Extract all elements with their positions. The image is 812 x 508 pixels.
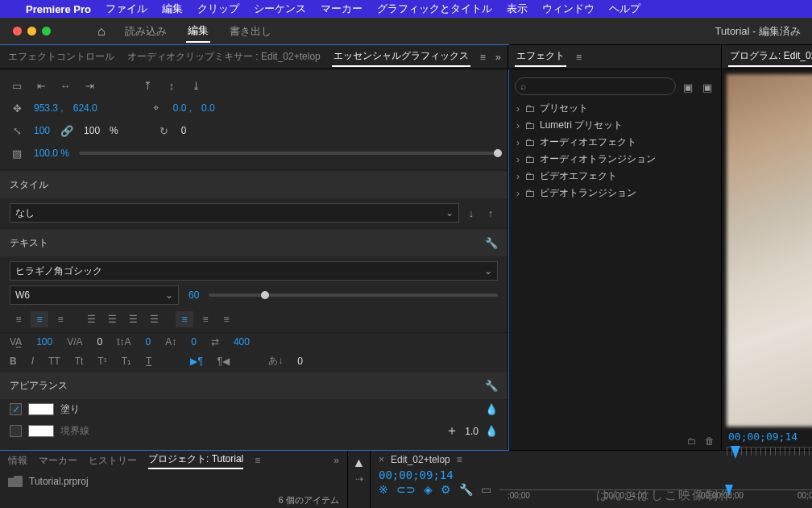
text-align-justify-right[interactable]: ☰	[124, 311, 142, 327]
align-group-icon[interactable]: ▭	[10, 78, 24, 93]
all-caps[interactable]: TT	[48, 356, 60, 367]
indent-value[interactable]: 0	[297, 356, 303, 367]
workspace-export[interactable]: 書き出し	[228, 21, 273, 42]
sequence-name[interactable]: Edit_02+telop	[391, 454, 450, 465]
expand-panel-icon[interactable]: »	[495, 51, 501, 63]
small-caps[interactable]: Tt	[75, 356, 84, 367]
menu-help[interactable]: ヘルプ	[609, 2, 640, 16]
fx-badge2-icon[interactable]: ▣	[700, 80, 715, 94]
menu-marker[interactable]: マーカー	[321, 2, 362, 16]
panel-menu-icon[interactable]: ≡	[576, 52, 582, 63]
snap-icon[interactable]: ※	[379, 483, 388, 496]
subscript[interactable]: T₁	[122, 356, 131, 367]
stroke-color-swatch[interactable]	[28, 425, 54, 437]
text-align-left[interactable]: ≡	[10, 311, 27, 327]
faux-bold[interactable]: B	[10, 356, 17, 367]
fill-color-swatch[interactable]	[28, 403, 54, 415]
text-align-center[interactable]: ≡	[31, 311, 48, 327]
position-x[interactable]: 953.3 ,	[34, 102, 64, 114]
menu-edit[interactable]: 編集	[162, 2, 183, 16]
linked-selection-icon[interactable]: ⊂⊃	[396, 483, 416, 496]
opacity-slider[interactable]	[79, 152, 498, 155]
close-seq-icon[interactable]: ×	[379, 454, 384, 465]
anchor-x[interactable]: 0.0 ,	[173, 102, 192, 114]
underline[interactable]: T	[146, 356, 151, 367]
tategaki-rtl-icon[interactable]: ¶◀	[218, 356, 230, 367]
align-hcenter-icon[interactable]: ↔	[58, 78, 72, 93]
text-align-justify-left[interactable]: ☰	[82, 311, 100, 327]
tree-video-fx[interactable]: ›🗀ビデオエフェクト	[515, 168, 715, 185]
tab-effects[interactable]: エフェクト	[515, 47, 566, 67]
marker-tool-icon[interactable]: ◈	[424, 483, 433, 496]
menu-file[interactable]: ファイル	[106, 2, 147, 16]
opacity-value[interactable]: 100.0 %	[34, 148, 69, 159]
align-right-icon[interactable]: ⇥	[82, 78, 97, 93]
settings-icon[interactable]: ⚙	[441, 483, 451, 496]
link-icon[interactable]: 🔗	[60, 123, 74, 138]
kerning-value[interactable]: 0	[97, 336, 103, 348]
panel-menu-icon[interactable]: ≡	[480, 52, 486, 63]
menu-sequence[interactable]: シーケンス	[254, 2, 306, 16]
add-stroke-icon[interactable]: ＋	[445, 423, 458, 439]
menu-graphics[interactable]: グラフィックとタイトル	[377, 2, 492, 16]
menu-view[interactable]: 表示	[507, 2, 528, 16]
minimize-window-icon[interactable]	[27, 27, 36, 35]
style-dropdown[interactable]: なし⌄	[10, 203, 459, 223]
home-icon[interactable]: ⌂	[97, 24, 106, 39]
caption-icon[interactable]: ▭	[481, 483, 491, 496]
timeline-timecode[interactable]: 00;00;09;14	[371, 468, 812, 481]
font-size-slider[interactable]	[209, 294, 498, 297]
tree-lumetri[interactable]: ›🗀Lumetri プリセット	[515, 117, 715, 134]
insert-tool-icon[interactable]: ⇢	[355, 473, 363, 485]
text-align-middle[interactable]: ≡	[197, 311, 214, 327]
align-left-icon[interactable]: ⇤	[34, 78, 48, 93]
expand-panel-icon[interactable]: »	[334, 455, 339, 466]
baseline-value[interactable]: 0	[191, 336, 197, 348]
tab-audio-mixer[interactable]: オーディオクリップミキサー : Edit_02+telop	[126, 48, 322, 66]
superscript[interactable]: T¹	[97, 356, 106, 367]
fill-checkbox[interactable]: ✓	[10, 403, 22, 415]
trash-icon[interactable]: 🗑	[705, 435, 715, 447]
push-up-icon[interactable]: ↑	[483, 206, 498, 220]
tab-essential-graphics[interactable]: エッセンシャルグラフィックス	[332, 47, 470, 67]
close-window-icon[interactable]	[13, 27, 22, 35]
panel-menu-icon[interactable]: ≡	[255, 455, 260, 466]
align-vcenter-icon[interactable]: ↕	[164, 78, 179, 93]
text-align-justify-all[interactable]: ☰	[145, 311, 163, 327]
effects-search-input[interactable]	[526, 81, 670, 93]
font-weight-dropdown[interactable]: W6⌄	[10, 285, 179, 305]
tab-effect-controls[interactable]: エフェクトコントロール	[6, 48, 116, 66]
stroke-checkbox[interactable]: ✓	[10, 425, 22, 437]
panel-menu-icon[interactable]: ≡	[457, 454, 462, 465]
leading-value[interactable]: 0	[146, 336, 151, 348]
tsume-value[interactable]: 400	[234, 336, 250, 348]
text-align-bottom[interactable]: ≡	[218, 311, 235, 327]
tab-project[interactable]: プロジェクト: Tutorial	[148, 452, 243, 469]
new-bin-icon[interactable]: 🗀	[687, 435, 697, 447]
tab-program[interactable]: プログラム: Edit_02+telop	[728, 47, 812, 67]
tree-presets[interactable]: ›🗀プリセット	[515, 100, 715, 117]
program-timecode[interactable]: 00;00;09;14	[728, 431, 798, 443]
align-top-icon[interactable]: ⤒	[140, 78, 155, 93]
effects-search[interactable]: ⌕	[515, 77, 676, 95]
tree-audio-trans[interactable]: ›🗀オーディオトランジション	[515, 151, 715, 168]
tab-history[interactable]: ヒストリー	[89, 454, 137, 468]
text-align-right[interactable]: ≡	[52, 311, 69, 327]
faux-italic[interactable]: I	[31, 356, 34, 367]
font-family-dropdown[interactable]: ヒラギノ角ゴシック⌄	[10, 261, 498, 281]
zoom-window-icon[interactable]	[42, 27, 51, 35]
timeline-ruler[interactable]: ;00;00 00;00;04;00 00;00;08;00 00;00;12;…	[499, 481, 812, 498]
text-align-justify-center[interactable]: ☰	[103, 311, 121, 327]
anchor-y[interactable]: 0.0	[201, 102, 215, 114]
tab-info[interactable]: 情報	[8, 454, 27, 468]
workspace-import[interactable]: 読み込み	[123, 21, 168, 42]
stroke-width[interactable]: 1.0	[465, 426, 478, 437]
tategaki-ltr-icon[interactable]: ▶¶	[190, 356, 202, 367]
text-align-top[interactable]: ≡	[176, 311, 193, 327]
selection-tool-icon[interactable]: ▲	[353, 456, 366, 470]
program-view[interactable]	[727, 74, 812, 427]
push-down-icon[interactable]: ↓	[464, 206, 478, 220]
menu-clip[interactable]: クリップ	[197, 2, 239, 16]
align-bottom-icon[interactable]: ⤓	[188, 78, 203, 93]
font-size-value[interactable]: 60	[188, 289, 199, 301]
